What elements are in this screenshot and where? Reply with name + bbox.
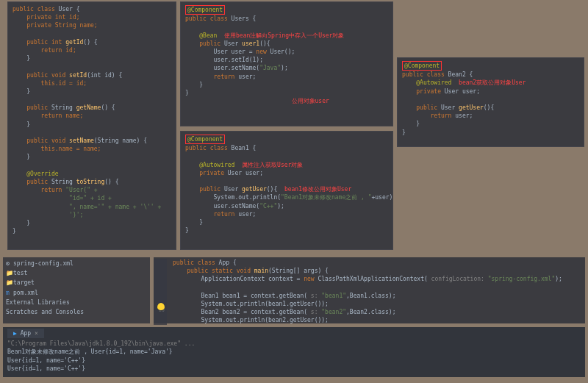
code-bean1: @Component public class Bean1 { @Autowir… [185,135,388,235]
code-panel-users[interactable]: @Component public class Users { @Bean 使用… [180,1,393,126]
tree-item[interactable]: External Libraries [6,298,147,307]
xml-icon: ⚙ [6,259,13,268]
tree-item[interactable]: ⚙spring-config.xml [6,259,147,268]
intention-bulb-icon[interactable] [157,303,165,310]
code-users: @Component public class Users { @Bean 使用… [185,5,388,105]
code-panel-bean1[interactable]: @Component public class Bean1 { @Autowir… [180,131,393,250]
tree-item[interactable]: 📁target [6,278,147,287]
code-app: public class App { public static void ma… [173,259,581,325]
gutter: 19 [154,259,167,325]
code-panel-user[interactable]: public class User { private int id; priv… [7,1,176,250]
close-icon[interactable]: × [35,330,38,337]
folder-icon: 📁 [6,279,13,287]
tree-item[interactable]: 📁test [6,268,147,278]
folder-icon: 📁 [6,269,13,277]
console-output: "C:\Program Files\Java\jdk1.8.0_192\bin\… [7,340,581,373]
project-tree[interactable]: ⚙spring-config.xml 📁test 📁target mpom.xm… [3,257,150,323]
run-icon: ▶ [13,330,17,337]
console-panel[interactable]: ▶ App × "C:\Program Files\Java\jdk1.8.0_… [3,327,585,377]
maven-icon: m [6,289,13,297]
tree-item[interactable]: Scratches and Consoles [6,307,147,317]
annotation-highlight: @Component [402,61,442,71]
code-panel-bean2[interactable]: @Component public class Bean2 { @Autowir… [397,57,584,147]
annotation-highlight: @Component [185,5,225,15]
code-panel-app[interactable]: 19 public class App { public static void… [154,257,585,323]
console-tab[interactable]: ▶ App × [7,329,44,338]
tree-item[interactable]: mpom.xml [6,288,147,298]
bottom-section: ⚙spring-config.xml 📁test 📁target mpom.xm… [3,257,585,381]
code-user: public class User { private int id; priv… [12,5,171,235]
code-bean2: @Component public class Bean2 { @Autowir… [402,61,579,137]
annotation-highlight: @Component [185,135,225,144]
